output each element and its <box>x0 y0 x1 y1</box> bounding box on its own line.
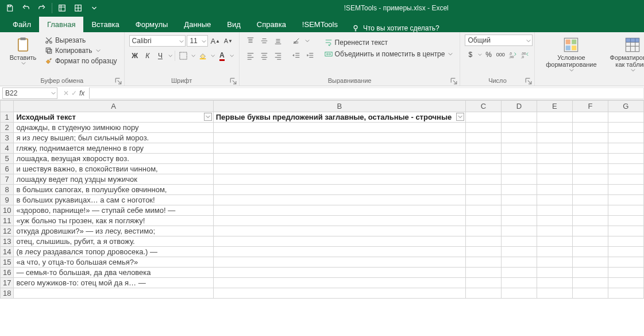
cell[interactable]: (в лесу раздавался топор дровосека.) — <box>14 247 213 257</box>
grow-font-button[interactable]: A▲ <box>209 35 221 47</box>
cell[interactable] <box>572 205 608 216</box>
cell[interactable] <box>537 268 572 278</box>
cell[interactable] <box>213 205 465 216</box>
cell[interactable] <box>572 236 608 247</box>
column-header[interactable]: B <box>213 101 465 112</box>
decrease-decimal-button[interactable]: ,00,0 <box>519 48 530 61</box>
shrink-font-button[interactable]: A▼ <box>222 35 234 47</box>
cell[interactable] <box>465 154 501 164</box>
cell[interactable]: лошадка, везущая хворосту воз. <box>14 154 213 164</box>
cell[interactable]: «здорово, парнище!» — ступай себе мимо! … <box>14 205 213 216</box>
select-all-corner[interactable] <box>1 101 14 112</box>
cell[interactable] <box>572 247 608 257</box>
cell[interactable] <box>465 205 501 216</box>
cell[interactable] <box>501 154 537 164</box>
cell[interactable]: в больших сапогах, в полушубке овчинном, <box>14 185 213 195</box>
cell[interactable]: откуда дровишки?» — из лесу, вестимо; <box>14 226 213 236</box>
cell[interactable] <box>537 236 572 247</box>
cell[interactable] <box>572 278 608 288</box>
dialog-launcher-icon[interactable] <box>230 78 237 85</box>
cell[interactable] <box>572 226 608 236</box>
qat-btn-2[interactable] <box>71 1 86 15</box>
cell[interactable] <box>213 154 465 164</box>
orientation-button[interactable]: ab <box>290 35 303 47</box>
cell[interactable] <box>501 278 537 288</box>
cell[interactable] <box>465 236 501 247</box>
cell[interactable] <box>537 164 572 174</box>
cell[interactable] <box>501 247 537 257</box>
comma-button[interactable]: 000 <box>495 48 506 61</box>
cell[interactable] <box>537 205 572 216</box>
row-header[interactable]: 3 <box>1 133 14 143</box>
chevron-down-icon[interactable] <box>305 39 310 43</box>
merge-center-button[interactable]: Объединить и поместить в центре <box>322 49 456 59</box>
tell-me[interactable]: Что вы хотите сделать? <box>346 24 445 32</box>
cell[interactable]: однажды, в студеную зимнюю пору <box>14 123 213 133</box>
cell[interactable] <box>501 174 537 185</box>
borders-button[interactable] <box>178 49 189 62</box>
filter-button[interactable] <box>456 113 464 121</box>
qat-btn-1[interactable] <box>55 1 70 15</box>
dialog-launcher-icon[interactable] <box>115 78 122 85</box>
cell[interactable]: «уж больно ты грозен, как я погляжу! <box>14 216 213 226</box>
filter-button[interactable] <box>204 113 212 121</box>
cell[interactable] <box>213 143 465 154</box>
cell[interactable] <box>608 123 643 133</box>
cell[interactable] <box>465 257 501 268</box>
cell[interactable] <box>213 288 465 299</box>
cell[interactable] <box>572 133 608 143</box>
chevron-down-icon[interactable] <box>230 54 234 58</box>
paste-button[interactable]: Вставить <box>5 35 41 67</box>
cell[interactable] <box>465 112 501 123</box>
cell[interactable] <box>213 247 465 257</box>
row-header[interactable]: 8 <box>1 185 14 195</box>
cell[interactable] <box>572 216 608 226</box>
cell[interactable]: «а что, у отца-то большая семья?» <box>14 257 213 268</box>
cell[interactable] <box>608 257 643 268</box>
cell[interactable] <box>537 185 572 195</box>
cell[interactable] <box>608 205 643 216</box>
cell[interactable] <box>537 154 572 164</box>
cell[interactable] <box>537 278 572 288</box>
increase-decimal-button[interactable]: ,0,00 <box>507 48 518 61</box>
dialog-launcher-icon[interactable] <box>450 78 457 85</box>
cell[interactable] <box>465 143 501 154</box>
percent-button[interactable]: % <box>483 48 494 61</box>
conditional-formatting-button[interactable]: Условное форматирование <box>539 35 603 74</box>
cell[interactable] <box>608 154 643 164</box>
row-header[interactable]: 10 <box>1 205 14 216</box>
row-header[interactable]: 11 <box>1 216 14 226</box>
increase-indent-button[interactable] <box>304 49 317 62</box>
cell[interactable] <box>608 226 643 236</box>
cut-button[interactable]: Вырезать <box>43 36 119 45</box>
cell[interactable] <box>608 268 643 278</box>
cell[interactable] <box>572 288 608 299</box>
cell[interactable]: и шествуя важно, в спокойствии чинном, <box>14 164 213 174</box>
cell[interactable] <box>572 164 608 174</box>
name-box[interactable]: B22 <box>2 87 57 99</box>
cell[interactable] <box>608 143 643 154</box>
cell[interactable] <box>501 143 537 154</box>
cell[interactable] <box>465 268 501 278</box>
cell[interactable] <box>608 236 643 247</box>
cell[interactable] <box>501 236 537 247</box>
cell[interactable] <box>537 174 572 185</box>
fill-color-button[interactable] <box>197 49 209 62</box>
cell[interactable] <box>572 268 608 278</box>
row-header[interactable]: 2 <box>1 123 14 133</box>
cell[interactable] <box>465 278 501 288</box>
row-header[interactable]: 9 <box>1 195 14 205</box>
cell[interactable] <box>608 174 643 185</box>
cell[interactable] <box>213 268 465 278</box>
cell[interactable]: всего мужиков-то: отец мой да я… — <box>14 278 213 288</box>
cell[interactable] <box>537 288 572 299</box>
align-middle-button[interactable] <box>258 35 271 47</box>
cell[interactable]: гляжу, поднимается медленно в гору <box>14 143 213 154</box>
cell[interactable] <box>213 174 465 185</box>
number-format-select[interactable]: Общий <box>465 35 533 46</box>
column-header[interactable]: A <box>14 101 213 112</box>
cell[interactable] <box>465 247 501 257</box>
cell[interactable] <box>501 205 537 216</box>
cell[interactable]: лошадку ведет под уздцы мужичок <box>14 174 213 185</box>
cell[interactable] <box>465 133 501 143</box>
